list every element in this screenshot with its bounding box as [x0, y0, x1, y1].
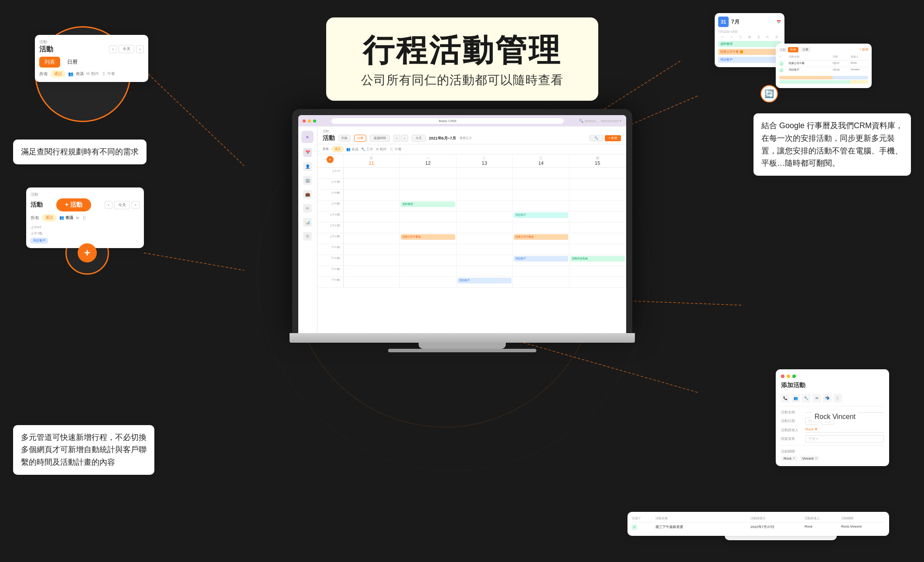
callout-add-filter-all[interactable]: 所有	[31, 215, 39, 221]
callout-gcal: 31 7月 📅 7月12日~16日 一 二 三 四 五 六 日 資料整理 陪業公…	[715, 13, 784, 67]
crm-add-day-btn[interactable]: +	[317, 154, 344, 167]
callout-add-meeting-icon: 👥 會議	[59, 215, 73, 221]
dialog-tag-row: Rock × Vincent ×	[781, 456, 884, 461]
sidebar-settings-icon: ⚙	[303, 232, 312, 241]
callout-filter-phone[interactable]: 通話	[51, 70, 65, 78]
sidebar-deal-icon: 💼	[303, 190, 312, 199]
laptop-base	[290, 333, 635, 343]
crm-time-7: 上午7動	[317, 179, 344, 189]
callout-add-activity-btn[interactable]: + 活動	[56, 198, 91, 211]
gcal-item-1[interactable]: 資料整理	[718, 41, 781, 47]
laptop-stand	[419, 343, 506, 349]
crm-search-bar: 🔍 + 新增	[590, 135, 621, 141]
crm-user: Admin/User ▾	[600, 119, 621, 123]
text-topright-4: 平板…隨時都可翻閱。	[761, 157, 903, 170]
text-callout-bottomleft: 多元管道可快速新增行程，不必切換 多個網頁才可新增自動統計與客戶聯 繫的時間及活…	[13, 425, 154, 475]
table-col2-header: 活動名稱	[655, 516, 749, 521]
crm-mini-tab-cal[interactable]: 日曆	[800, 47, 811, 52]
dialog-field-assignee-select[interactable]: Rock ▼	[805, 427, 884, 433]
crm-time-13: 下午1動	[317, 244, 344, 255]
sidebar-calendar-icon: 📅	[303, 148, 312, 157]
dialog-lunch-icon[interactable]: 🍴	[833, 394, 842, 402]
crm-add-btn[interactable]: + 新增	[605, 135, 621, 141]
crm-filter-work-icon[interactable]: 🔧 工作	[361, 147, 373, 152]
gcal-item-3[interactable]: 拜訪客戶	[718, 57, 781, 63]
crm-activity-label: 活動	[323, 129, 621, 133]
gcal-item-2[interactable]: 陪業公司午餐 🟠	[718, 49, 781, 55]
crm-lunar-date: 農曆五月	[460, 136, 472, 140]
sidebar-contact-icon: 👤	[303, 162, 312, 171]
crm-time-11: 上午11動	[317, 222, 344, 233]
callout-tab-cal-btn[interactable]: 日曆	[62, 57, 83, 68]
dialog-tag-rock-close[interactable]: ×	[793, 456, 795, 460]
dialog-tag-rock: Rock ×	[781, 456, 798, 461]
callout-filter-email-icon: ✉ 郵件	[86, 71, 99, 77]
callout-filter-all[interactable]: 所有	[39, 71, 48, 77]
callout-add-email: ✉	[76, 216, 79, 220]
crm-brand: Basic CRM	[331, 118, 564, 124]
crm-filter-all[interactable]: 所有	[323, 147, 329, 151]
callout-tab-row: 列表 日曆	[39, 57, 83, 68]
crm-next-btn[interactable]: ›	[401, 135, 408, 142]
event-apple-lunch[interactable]: 蘋果公司午餐會	[514, 234, 568, 240]
dialog-field-result-select[interactable]: 空無 ▾	[805, 435, 884, 443]
crm-logo: B	[301, 131, 314, 143]
crm-prev-btn[interactable]: ‹	[393, 135, 400, 142]
crm-filter-email-icon[interactable]: ✉ 郵件	[376, 147, 387, 152]
crm-filter-phone[interactable]: 通話	[331, 146, 344, 152]
dialog-email-icon[interactable]: ✉	[812, 394, 821, 402]
crm-filter-lunch-icon[interactable]: 🍴 午餐	[389, 147, 402, 152]
callout-prev-btn[interactable]: ‹	[109, 45, 117, 53]
dialog-tag-vincent-close[interactable]: ×	[815, 456, 817, 460]
callout-add-activity: 活動 活動 + 活動 ‹ 今天 › 所有 通話 👥 會議 ✉ 🍴 上午6T 上午…	[26, 187, 144, 248]
rock-vincent-label: Rock Vincent	[811, 412, 859, 422]
crm-time-16: 下午4動	[317, 277, 344, 287]
event-company-lunch[interactable]: 陪業公司午餐會	[401, 234, 455, 240]
callout-add-filter-phone[interactable]: 通話	[42, 214, 57, 221]
event-visit-client-4pm[interactable]: 拜訪客戶	[457, 278, 512, 283]
event-visit-client-am[interactable]: 拜訪客戶	[514, 212, 568, 218]
text-bottomleft-1: 多元管道可快速新增行程，不必切換	[21, 431, 147, 444]
add-circle-btn[interactable]: +	[78, 243, 97, 262]
callout-tab-list-btn[interactable]: 列表	[39, 57, 60, 68]
callout-add-today-btn[interactable]: 今天	[114, 201, 130, 209]
dialog-mail-icon[interactable]: 📬	[823, 394, 832, 402]
crm-today-btn[interactable]: 今天	[412, 135, 426, 142]
callout-add-next-btn[interactable]: ›	[132, 201, 140, 209]
crm-screen: Basic CRM 🔍 Search... Admin/User ▾ B 📅 👤…	[298, 115, 626, 333]
crm-mini-row-1: ✓ 陪業公司午餐 7月27 Rock	[779, 60, 868, 67]
crm-view-dropdown[interactable]: 提議時間	[370, 135, 390, 142]
callout-tabs: 活動 活動 列表 日曆 ‹ 今天 › 所有 通話 👥 會議 ✉ 郵件 🍴 午餐	[35, 35, 148, 82]
page-subtitle: 公司所有同仁的活動都可以隨時查看	[361, 72, 563, 89]
event-visit-client-pm[interactable]: 拜訪客戶	[514, 256, 568, 262]
dialog-meet-icon[interactable]: 👥	[791, 394, 800, 402]
event-email-client[interactable]: 智郵件給客繪	[570, 256, 625, 262]
dialog-tag-vincent: Vincent ×	[800, 456, 820, 461]
crm-view-cal-btn[interactable]: 日曆	[354, 135, 366, 142]
crm-day-mon: 一 12	[400, 154, 457, 167]
callout-filter-meeting-label[interactable]: 會議	[76, 71, 84, 77]
laptop-frame: Basic CRM 🔍 Search... Admin/User ▾ B 📅 👤…	[292, 109, 632, 352]
dialog-phone-icon[interactable]: 📞	[781, 394, 790, 402]
table-col5-header: 活動關聯	[841, 516, 885, 521]
crm-filter-meeting-icon[interactable]: 👥 會議	[346, 147, 358, 152]
crm-search: 🔍 Search...	[579, 119, 598, 123]
callout-next-btn[interactable]: ›	[136, 45, 144, 53]
dialog-traffic-red	[781, 375, 784, 378]
crm-mini-add-btn[interactable]: + 新增	[859, 48, 868, 52]
crm-view-list-btn[interactable]: 列表	[338, 135, 351, 142]
dialog-work-icon[interactable]: 🔧	[802, 394, 811, 402]
table-checkbox[interactable]: ✓	[632, 525, 637, 530]
text-topleft: 滿足查閱行程規劃時有不同的需求	[21, 146, 139, 158]
callout-nav: ‹ 今天 ›	[109, 45, 144, 53]
gcal-weekday-header: 一 二 三 四 五 六 日	[718, 35, 781, 39]
crm-mini-tab-list[interactable]: 列表	[788, 47, 798, 52]
callout-filter-lunch-icon: 🍴 午餐	[102, 71, 116, 77]
page-title: 行程活動管理	[361, 33, 563, 68]
callout-today-btn[interactable]: 今天	[119, 45, 134, 53]
crm-cal-body: 上午6T 上午7動 上午8動 上午9動資料整理 上午10動拜訪客戶 上	[317, 168, 626, 331]
event-data-sort[interactable]: 資料整理	[401, 201, 455, 207]
callout-add-prev-btn[interactable]: ‹	[105, 201, 113, 209]
sync-icon: 🔄	[760, 85, 778, 102]
traffic-red	[303, 119, 306, 123]
